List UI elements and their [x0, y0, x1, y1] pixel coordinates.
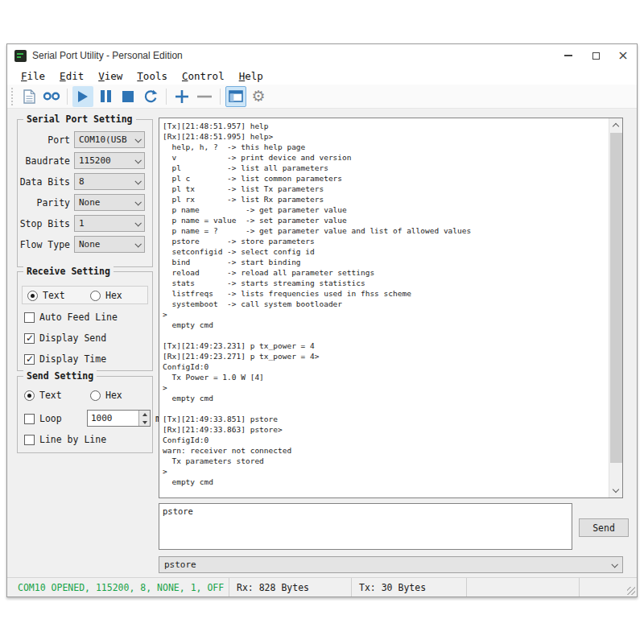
flow-type-select[interactable]: None	[74, 236, 145, 253]
minimize-button[interactable]	[555, 44, 582, 67]
panels-button[interactable]	[225, 86, 246, 107]
checkbox-icon	[24, 312, 35, 323]
scrollbar-thumb[interactable]	[610, 133, 622, 463]
menu-control[interactable]: Control	[175, 68, 232, 84]
close-icon: ×	[617, 49, 628, 62]
scroll-up-button[interactable]	[609, 118, 623, 132]
menu-file[interactable]: File	[14, 68, 52, 84]
chevron-down-icon	[134, 241, 141, 247]
minimize-icon	[564, 55, 572, 56]
menu-edit[interactable]: Edit	[52, 68, 91, 84]
tx-bytes-status: Tx: 30 Bytes	[352, 578, 467, 597]
stop-bits-label: Stop Bits	[18, 218, 74, 229]
add-icon	[175, 89, 189, 104]
play-button[interactable]	[72, 86, 93, 107]
send-hex-radio[interactable]: Hex	[90, 390, 122, 401]
radio-icon	[90, 291, 101, 301]
resize-grip[interactable]	[627, 587, 635, 595]
flow-type-row: Flow Type None	[18, 236, 152, 253]
pause-button[interactable]	[95, 86, 116, 107]
window-title: Serial Port Utility - Personal Edition	[32, 50, 183, 61]
remove-icon	[197, 94, 212, 99]
display-send-checkbox[interactable]: Display Send	[24, 332, 106, 345]
refresh-icon	[143, 89, 158, 104]
serial-port-setting-title: Serial Port Setting	[23, 114, 136, 125]
spin-up-button[interactable]	[139, 411, 150, 419]
play-icon	[77, 90, 89, 103]
radio-icon	[90, 390, 101, 401]
app-icon	[14, 50, 27, 62]
chevron-down-icon	[134, 220, 141, 226]
terminal-output[interactable]: [Tx][21:48:51.957] help [Rx][21:48:51.99…	[159, 118, 623, 498]
settings-button[interactable]: ⚙	[248, 86, 269, 107]
new-file-button[interactable]	[19, 86, 39, 107]
settings-icon: ⚙	[251, 89, 265, 104]
chevron-down-icon	[134, 178, 141, 184]
stop-bits-row: Stop Bits 1	[18, 215, 152, 232]
auto-feed-line-checkbox[interactable]: Auto Feed Line	[24, 311, 118, 324]
page: Serial Port Utility - Personal Edition ×…	[0, 0, 644, 644]
connection-status: COM10 OPENED, 115200, 8, NONE, 1, OFF	[7, 578, 229, 597]
receive-setting-title: Receive Setting	[23, 266, 114, 277]
send-button[interactable]: Send	[579, 518, 629, 537]
record-button[interactable]	[41, 86, 62, 107]
menu-view[interactable]: View	[91, 68, 130, 84]
baudrate-select[interactable]: 115200	[74, 152, 145, 169]
checkbox-icon	[24, 435, 35, 445]
panels-icon	[229, 90, 243, 102]
send-input[interactable]: pstore	[159, 503, 572, 550]
send-setting-group: Send Setting Text Hex Loop 1000	[17, 376, 153, 453]
chevron-down-icon	[134, 136, 141, 142]
receive-hex-radio[interactable]: Hex	[90, 290, 122, 301]
main-content: Serial Port Setting Port COM10(USB Baudr…	[7, 109, 637, 577]
display-time-checkbox[interactable]: Display Time	[24, 353, 106, 365]
receive-setting-group: Receive Setting Text Hex Auto Feed Line	[17, 271, 153, 371]
refresh-button[interactable]	[140, 86, 161, 107]
flow-type-label: Flow Type	[18, 239, 74, 250]
maximize-icon	[592, 52, 600, 60]
baudrate-label: Baudrate	[18, 155, 74, 167]
statusbar: COM10 OPENED, 115200, 8, NONE, 1, OFF Rx…	[7, 577, 637, 597]
line-by-line-checkbox[interactable]: Line by Line	[24, 433, 106, 446]
terminal-text: [Tx][21:48:51.957] help [Rx][21:48:51.99…	[159, 118, 622, 487]
spin-down-button[interactable]	[139, 419, 150, 427]
checkbox-icon	[24, 414, 35, 424]
pause-icon	[101, 90, 111, 102]
receive-text-radio[interactable]: Text	[27, 290, 65, 301]
add-button[interactable]	[171, 86, 192, 107]
maximize-button[interactable]	[582, 44, 609, 67]
toolbar: ⚙	[7, 85, 637, 109]
toolbar-separator	[220, 89, 221, 105]
chevron-down-icon	[134, 199, 141, 205]
titlebar: Serial Port Utility - Personal Edition ×	[7, 44, 637, 67]
receive-format-box: Text Hex	[22, 286, 148, 304]
close-button[interactable]: ×	[609, 44, 637, 67]
stop-icon	[122, 91, 134, 102]
port-select[interactable]: COM10(USB	[74, 131, 145, 148]
data-bits-row: Data Bits 8	[18, 173, 152, 190]
radio-selected-icon	[24, 390, 35, 401]
status-empty-section	[467, 578, 580, 597]
data-bits-select[interactable]: 8	[74, 173, 145, 190]
loop-interval-input[interactable]: 1000	[87, 410, 151, 427]
send-setting-title: Send Setting	[23, 370, 97, 382]
toolbar-grip[interactable]	[11, 88, 14, 105]
port-row: Port COM10(USB	[18, 131, 152, 148]
stop-bits-select[interactable]: 1	[74, 215, 145, 232]
stop-button[interactable]	[118, 86, 138, 107]
send-history-select[interactable]: pstore	[159, 556, 623, 573]
scroll-down-button[interactable]	[609, 484, 623, 497]
menu-tools[interactable]: Tools	[130, 68, 175, 84]
radio-selected-icon	[27, 291, 38, 301]
parity-row: Parity None	[18, 194, 152, 211]
send-text-radio[interactable]: Text	[24, 390, 62, 401]
data-bits-label: Data Bits	[18, 176, 74, 188]
record-icon	[43, 91, 60, 101]
loop-checkbox[interactable]: Loop 1000 ms	[24, 412, 62, 425]
new-file-icon	[23, 89, 35, 104]
menu-help[interactable]: Help	[232, 68, 270, 84]
chevron-down-icon	[134, 157, 141, 163]
remove-button[interactable]	[194, 86, 215, 107]
chevron-down-icon	[611, 561, 617, 568]
parity-select[interactable]: None	[74, 194, 145, 211]
